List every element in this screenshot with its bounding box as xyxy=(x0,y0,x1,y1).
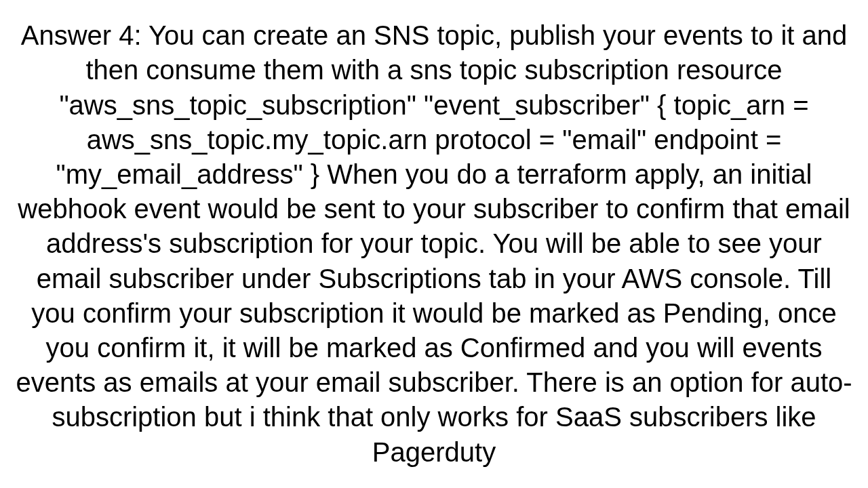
answer-text: Answer 4: You can create an SNS topic, p… xyxy=(14,18,854,469)
answer-container: Answer 4: You can create an SNS topic, p… xyxy=(0,0,868,488)
